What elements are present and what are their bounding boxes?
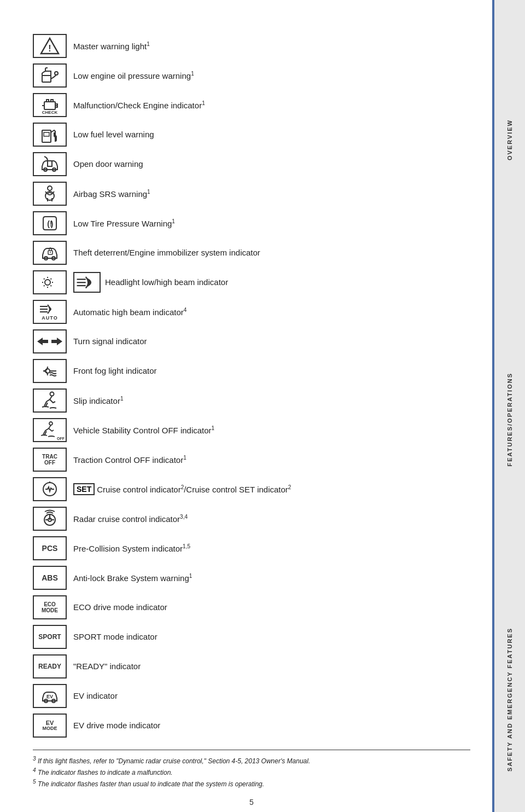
list-item: Low fuel level warning (33, 121, 470, 148)
theft-icon (33, 241, 67, 265)
sidebar-overview-label: OVERVIEW (506, 119, 513, 160)
vsc-text: Vehicle Stability Control OFF indicator1 (73, 425, 214, 436)
list-item: Open door warning (33, 151, 470, 177)
list-item: Radar cruise control indicator3,4 (33, 506, 470, 532)
cruise-icon (33, 477, 67, 501)
svg-point-37 (50, 392, 54, 396)
sport-icon: SPORT (33, 625, 67, 649)
eco-mode-icon: ECO MODE (33, 595, 67, 619)
oil-pressure-icon (33, 63, 67, 88)
ev-icon: EV (33, 684, 67, 708)
auto-beam-text: Automatic high beam indicator4 (73, 306, 186, 318)
low-fuel-text: Low fuel level warning (73, 129, 154, 140)
check-engine-text: Malfunction/Check Engine indicator1 (73, 100, 205, 111)
low-fuel-icon (33, 123, 67, 147)
ev-mode-icon: EV MODE (33, 714, 67, 738)
ev-text: EV indicator (73, 691, 118, 701)
trac-off-icon: TRAC OFF (33, 448, 67, 472)
svg-text:): ) (51, 219, 54, 228)
list-item: OFF Vehicle Stability Control OFF indica… (33, 417, 470, 443)
list-item: SET Cruise control indicator2/Cruise con… (33, 476, 470, 502)
footnotes: 3 If this light flashes, refer to "Dynam… (33, 750, 470, 789)
svg-marker-34 (37, 338, 48, 345)
list-item: ! Master warning light1 (33, 33, 470, 59)
set-box: SET (73, 483, 95, 495)
right-sidebar: OVERVIEW FEATURES/OPERATIONS SAFETY AND … (492, 0, 525, 812)
list-item: Turn signal indicator (33, 328, 470, 355)
headlight-inner-icon (73, 272, 101, 293)
slip-icon (33, 388, 67, 413)
list-item: Front fog light indicator (33, 358, 470, 384)
headlight-nested-group: Headlight low/high beam indicator (73, 272, 228, 293)
list-item: READY "READY" indicator (33, 653, 470, 680)
list-item: (! ) Low Tire Pressure Warning1 (33, 210, 470, 236)
theft-text: Theft deterrent/Engine immobilizer syste… (73, 247, 260, 258)
off-label: OFF (57, 437, 65, 440)
svg-rect-5 (46, 100, 49, 102)
svg-text:!: ! (48, 44, 51, 53)
list-item: EV MODE EV drive mode indicator (33, 712, 470, 739)
trac-off-text: Traction Control OFF indicator1 (73, 454, 186, 466)
sidebar-safety-label: SAFETY AND EMERGENCY FEATURES (506, 628, 513, 772)
footnote-4: 4 The indicator flashes to indicate a ma… (33, 766, 470, 778)
svg-line-25 (51, 286, 52, 287)
list-item: SPORT SPORT mode indicator (33, 624, 470, 650)
svg-point-36 (45, 369, 50, 373)
airbag-icon (33, 182, 67, 206)
sport-text: SPORT mode indicator (73, 631, 158, 642)
indicators-list: ! Master warning light1 (33, 33, 470, 739)
footnote-3: 3 If this light flashes, refer to "Dynam… (33, 755, 470, 766)
eco-mode-text: ECO drive mode indicator (73, 602, 167, 613)
ready-label: READY (38, 663, 61, 670)
main-content: ! Master warning light1 (0, 0, 492, 812)
cruise-text: Cruise control indicator2/Cruise control… (97, 484, 291, 495)
svg-line-24 (44, 279, 45, 280)
radar-cruise-icon (33, 507, 67, 531)
list-item: Slip indicator1 (33, 387, 470, 414)
pcs-text: Pre-Collision System indicator1,5 (73, 543, 190, 554)
fog-light-text: Front fog light indicator (73, 366, 157, 376)
check-label: CHECK (34, 108, 66, 115)
headlight-text: Headlight low/high beam indicator (105, 277, 228, 288)
sidebar-overview: OVERVIEW (492, 0, 525, 280)
svg-point-19 (45, 280, 50, 285)
ready-icon: READY (33, 654, 67, 678)
ready-text: "READY" indicator (73, 661, 141, 672)
svg-point-18 (50, 252, 51, 253)
abs-label: ABS (42, 573, 58, 582)
list-item: AUTO Automatic high beam indicator4 (33, 299, 470, 325)
list-item: Headlight low/high beam indicator (33, 269, 470, 295)
svg-rect-6 (51, 100, 53, 102)
check-engine-icon: CHECK (33, 93, 67, 117)
trac-off-label: OFF (44, 460, 55, 466)
svg-line-26 (44, 286, 45, 287)
turn-signal-text: Turn signal indicator (73, 336, 147, 347)
abs-icon: ABS (33, 566, 67, 590)
abs-text: Anti-lock Brake System warning1 (73, 572, 192, 584)
footnote-5: 5 The indicator flashes faster than usua… (33, 778, 470, 789)
auto-beam-inner: AUTO (34, 301, 66, 323)
list-item: EV EV indicator (33, 683, 470, 709)
list-item: Airbag SRS warning1 (33, 181, 470, 207)
pcs-label: PCS (42, 544, 58, 553)
list-item: PCS Pre-Collision System indicator1,5 (33, 535, 470, 561)
oil-pressure-text: Low engine oil pressure warning1 (73, 70, 194, 82)
svg-rect-8 (44, 132, 49, 136)
sidebar-features-label: FEATURES/OPERATIONS (506, 373, 513, 466)
eco-label: ECO (44, 601, 56, 607)
headlight-outer-icon (33, 270, 67, 294)
radar-cruise-text: Radar cruise control indicator3,4 (73, 513, 188, 525)
list-item: Theft deterrent/Engine immobilizer syste… (33, 240, 470, 266)
svg-line-27 (51, 279, 52, 280)
page-container: ! Master warning light1 (0, 0, 525, 812)
svg-point-3 (55, 72, 58, 75)
sidebar-features: FEATURES/OPERATIONS (492, 280, 525, 559)
auto-beam-icon: AUTO (33, 300, 67, 324)
svg-marker-35 (51, 338, 62, 345)
fog-light-icon (33, 359, 67, 383)
ev-mode-text: EV drive mode indicator (73, 720, 160, 731)
ev-mode-inner: EV MODE (34, 715, 66, 736)
vsc-icon: OFF (33, 418, 67, 442)
list-item: CHECK Malfunction/Check Engine indicator… (33, 92, 470, 118)
sidebar-safety: SAFETY AND EMERGENCY FEATURES (492, 560, 525, 812)
